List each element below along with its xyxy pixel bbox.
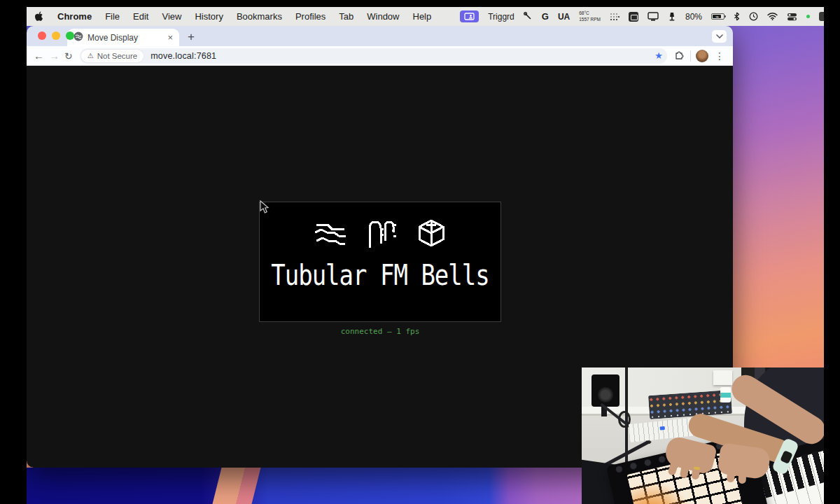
warning-icon: ⚠ [88, 52, 94, 59]
waves-icon [314, 220, 347, 251]
status-green-dot [806, 15, 810, 18]
extensions-icon[interactable] [674, 49, 685, 63]
menu-bar: Chrome File Edit View History Bookmarks … [27, 7, 824, 26]
bookmark-star-icon[interactable]: ★ [654, 51, 663, 60]
display-icon[interactable] [648, 12, 659, 21]
webcam-overlay [582, 368, 824, 504]
toolbar-divider [690, 50, 691, 62]
patch-name: Tubular FM Bells [260, 258, 500, 291]
clock-icon[interactable] [749, 12, 758, 21]
lamp-icon[interactable] [668, 12, 676, 21]
screen-sharing-indicator[interactable] [460, 10, 479, 22]
finger [738, 465, 747, 484]
tab-title: Move Display [88, 33, 163, 43]
new-tab-button[interactable]: + [188, 31, 195, 43]
battery-icon[interactable]: ⌁ [711, 13, 724, 20]
triggrd-menu-label[interactable]: Triggrd [488, 12, 514, 22]
menu-view[interactable]: View [162, 11, 181, 22]
zoom-window-button[interactable] [66, 31, 74, 40]
chrome-menu-button[interactable]: ⋮ [713, 50, 726, 62]
menu-history[interactable]: History [195, 11, 223, 22]
reload-button[interactable]: ↻ [64, 51, 73, 61]
back-button[interactable]: ← [34, 50, 44, 61]
window-manager-icon[interactable] [629, 12, 638, 22]
traffic-lights [38, 31, 74, 40]
cpu-temperature: 68°C [579, 10, 601, 16]
connection-status: connected — 1 fps [259, 327, 501, 336]
close-window-button[interactable] [38, 31, 46, 40]
move-display-widget: Tubular FM Bells connected — 1 fps [259, 202, 501, 336]
bluetooth-icon[interactable] [734, 12, 740, 21]
wrench-icon[interactable] [524, 12, 533, 21]
wallpaper-stripe [213, 468, 261, 504]
tab-strip: Move Display × + [27, 26, 733, 46]
patch-icon-row [260, 219, 500, 251]
tab-search-chevron-button[interactable] [712, 30, 727, 43]
menu-profiles[interactable]: Profiles [295, 11, 326, 22]
address-bar[interactable]: ⚠ Not Secure move.local:7681 ★ [80, 48, 667, 64]
cube-icon [416, 218, 447, 252]
browser-toolbar: ← → ↻ ⚠ Not Secure move.local:7681 ★ ⋮ [27, 46, 733, 66]
forward-button[interactable]: → [49, 50, 59, 61]
stats-temp-rpm[interactable]: 68°C 1557 RPM [579, 10, 601, 22]
battery-percent: 80% [685, 12, 702, 22]
dots-grid-icon[interactable] [610, 13, 620, 21]
fan-speed: 1557 RPM [579, 17, 601, 22]
tab-close-icon[interactable]: × [167, 33, 173, 42]
ua-menu-label[interactable]: UA [558, 12, 570, 22]
menu-file[interactable]: File [105, 11, 120, 22]
menu-window[interactable]: Window [367, 11, 399, 22]
wifi-icon[interactable] [767, 13, 778, 20]
studio-monitor-speaker [592, 374, 620, 407]
minimize-window-button[interactable] [52, 31, 60, 40]
bells-icon [367, 218, 396, 252]
tab-move-display[interactable]: Move Display × [67, 29, 179, 46]
cut-off-menu-icon[interactable] [819, 12, 824, 21]
profile-avatar[interactable] [696, 50, 708, 62]
url-text[interactable]: move.local:7681 [150, 51, 216, 61]
apple-menu-icon[interactable] [35, 11, 44, 22]
menu-tab[interactable]: Tab [339, 11, 354, 22]
teal-cup [720, 387, 731, 402]
white-wall-box [713, 370, 732, 385]
menu-app-name[interactable]: Chrome [57, 11, 92, 22]
menu-help[interactable]: Help [413, 11, 432, 22]
move-display-canvas[interactable]: Tubular FM Bells [259, 202, 501, 322]
tab-favicon [74, 31, 83, 44]
g-launcher-icon[interactable]: G [542, 11, 549, 22]
mouse-cursor [260, 200, 270, 217]
menu-bookmarks[interactable]: Bookmarks [237, 11, 282, 22]
security-chip[interactable]: ⚠ Not Secure [81, 50, 144, 62]
menu-edit[interactable]: Edit [133, 11, 148, 22]
not-secure-label: Not Secure [97, 52, 138, 60]
control-center-icon[interactable] [787, 13, 797, 21]
